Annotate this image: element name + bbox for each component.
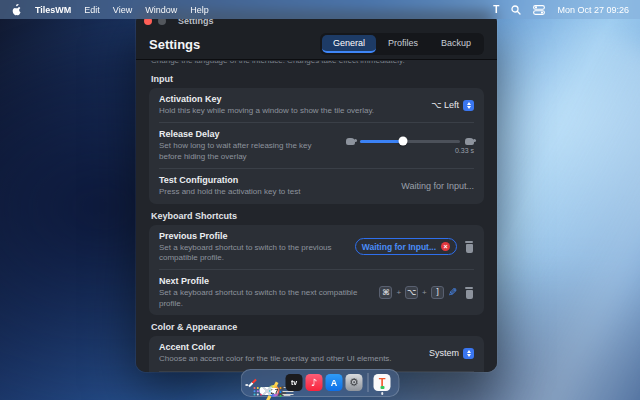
row-next-profile: Next Profile Set a keyboard shortcut to … <box>159 270 474 315</box>
row-title: Accent Color <box>159 342 419 352</box>
row-subtitle: Set how long to wait after releasing the… <box>159 141 336 162</box>
row-title: Test Configuration <box>159 175 391 185</box>
page-title: Settings <box>149 37 200 52</box>
settings-scroll-area[interactable]: Change the language of the interface. Ch… <box>136 61 497 372</box>
row-title: Release Delay <box>159 129 336 139</box>
card-color-appearance: Accent Color Choose an accent color for … <box>149 336 484 372</box>
menu-app-name[interactable]: TilesWM <box>35 5 71 15</box>
running-indicator <box>381 392 384 395</box>
apple-menu-icon[interactable] <box>11 3 22 16</box>
release-delay-value: 0.33 s <box>455 147 474 154</box>
dock: 27 tv ♪ A ⚙ T <box>241 369 400 397</box>
menu-edit[interactable]: Edit <box>84 5 100 15</box>
plus-separator: + <box>422 288 427 297</box>
dock-music-icon[interactable]: ♪ <box>306 374 323 391</box>
row-subtitle: Choose an accent color for the tile over… <box>159 354 419 364</box>
test-configuration-status: Waiting for Input... <box>401 181 474 191</box>
row-previous-profile: Previous Profile Set a keyboard shortcut… <box>159 225 474 271</box>
dock-system-settings-icon[interactable]: ⚙ <box>346 374 363 391</box>
search-icon[interactable] <box>511 5 521 15</box>
row-subtitle: Press and hold the activation key to tes… <box>159 187 391 197</box>
row-subtitle: Set a keyboard shortcut to switch to the… <box>159 243 345 264</box>
keycap-bracket: ] <box>431 286 444 299</box>
row-subtitle: Hold this key while moving a window to s… <box>159 106 421 116</box>
card-keyboard-shortcuts: Previous Profile Set a keyboard shortcut… <box>149 225 484 316</box>
dock-divider <box>368 373 369 392</box>
slow-tortoise-icon <box>346 138 355 145</box>
tab-general[interactable]: General <box>322 35 376 53</box>
control-center-icon[interactable] <box>533 5 545 15</box>
row-subtitle: Set a keyboard shortcut to switch to the… <box>159 288 369 309</box>
row-title: Previous Profile <box>159 231 345 241</box>
row-activation-key: Activation Key Hold this key while movin… <box>159 88 474 123</box>
row-release-delay: Release Delay Set how long to wait after… <box>159 123 474 169</box>
plus-separator: + <box>396 288 401 297</box>
row-title: Activation Key <box>159 94 421 104</box>
popup-chevrons-icon <box>463 348 474 359</box>
section-header-keyboard-shortcuts: Keyboard Shortcuts <box>151 211 484 221</box>
clipped-description: Change the language of the interface. Ch… <box>149 61 484 67</box>
next-profile-shortcut[interactable]: ⌘ + ⌥ + ] ✎ <box>379 286 474 299</box>
row-title: Next Profile <box>159 276 369 286</box>
card-input: Activation Key Hold this key while movin… <box>149 88 484 204</box>
dock-tileswm-icon[interactable]: T <box>374 374 391 391</box>
delete-shortcut-icon[interactable] <box>464 241 474 253</box>
menu-bar-clock[interactable]: Mon Oct 27 09:26 <box>557 5 629 15</box>
fast-hare-icon <box>465 138 474 145</box>
cancel-recording-icon[interactable]: × <box>441 242 450 251</box>
dock-app-store-icon[interactable]: A <box>326 374 343 391</box>
tileswm-status-icon[interactable]: T <box>493 4 499 15</box>
tab-profiles[interactable]: Profiles <box>377 35 429 53</box>
popup-chevrons-icon <box>463 100 474 111</box>
row-accent-color: Accent Color Choose an accent color for … <box>159 336 474 371</box>
desktop: TilesWM Edit View Window Help T Mon Oct … <box>0 0 640 400</box>
edit-shortcut-icon[interactable]: ✎ <box>448 286 457 299</box>
settings-window: Settings Settings General Profiles Backu… <box>136 12 497 372</box>
activation-key-popup[interactable]: ⌥ Left <box>431 100 474 111</box>
dock-apple-tv-icon[interactable]: tv <box>286 374 303 391</box>
section-header-color-appearance: Color & Appearance <box>151 322 484 332</box>
menu-window[interactable]: Window <box>145 5 177 15</box>
keycap-command: ⌘ <box>379 286 392 299</box>
window-header: Settings General Profiles Backup <box>136 29 497 60</box>
shortcut-recording-field[interactable]: Waiting for Input... × <box>355 238 457 255</box>
menu-bar: TilesWM Edit View Window Help T Mon Oct … <box>0 0 640 19</box>
menu-help[interactable]: Help <box>190 5 209 15</box>
release-delay-slider[interactable] <box>360 140 460 143</box>
row-test-configuration: Test Configuration Press and hold the ac… <box>159 169 474 203</box>
delete-shortcut-icon[interactable] <box>464 287 474 299</box>
keycap-option: ⌥ <box>405 286 418 299</box>
tab-bar: General Profiles Backup <box>320 33 484 55</box>
accent-color-popup[interactable]: System <box>429 348 474 359</box>
section-header-input: Input <box>151 74 484 84</box>
menu-view[interactable]: View <box>113 5 132 15</box>
tab-backup[interactable]: Backup <box>430 35 482 53</box>
